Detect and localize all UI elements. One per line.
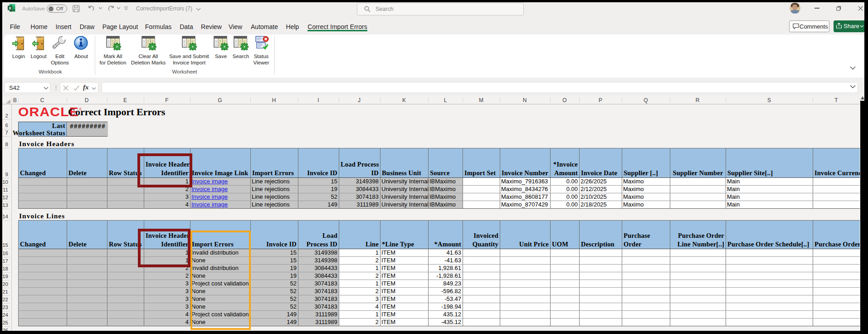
svg-text:X: X <box>9 6 11 10</box>
